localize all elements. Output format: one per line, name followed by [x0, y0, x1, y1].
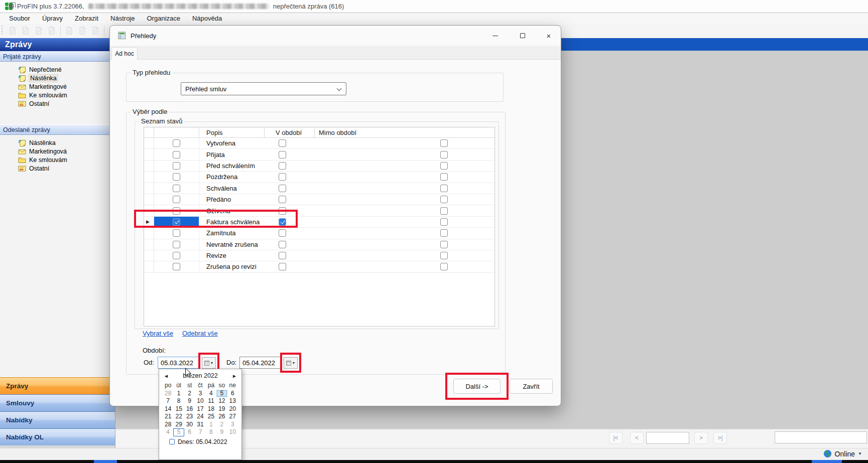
v-obdobi-cell[interactable] [265, 250, 315, 261]
calendar-day[interactable]: 28 [163, 421, 173, 429]
calendar-day[interactable]: 2 [184, 390, 195, 398]
v-obdobi-checkbox[interactable] [279, 229, 286, 237]
row-select-cell[interactable] [154, 194, 199, 205]
toolbar-icon[interactable] [32, 25, 45, 37]
navigator-textbox[interactable] [775, 431, 867, 443]
menu-item-upravy[interactable]: Úpravy [36, 13, 69, 24]
calendar-day[interactable]: 10 [195, 397, 205, 405]
row-select-cell[interactable] [154, 138, 199, 148]
to-date-input[interactable] [239, 357, 282, 369]
v-obdobi-checkbox[interactable] [279, 162, 286, 170]
previous-record-button[interactable]: < [630, 432, 644, 444]
next-record-button[interactable]: > [694, 432, 708, 444]
column-header-mimo-obdobi[interactable]: Mimo období [315, 127, 494, 137]
next-button[interactable]: Další -> [453, 379, 501, 394]
mimo-obdobi-cell[interactable] [315, 205, 494, 216]
tab-ad-hoc[interactable]: Ad hoc [111, 47, 138, 60]
calendar-day[interactable]: 12 [216, 397, 227, 405]
mimo-obdobi-cell[interactable] [315, 149, 494, 160]
calendar-day[interactable]: 16 [184, 405, 195, 413]
table-row[interactable]: Přijata [144, 149, 494, 160]
nav-button-nabidky[interactable]: Nabídky [0, 411, 115, 428]
v-obdobi-checkbox[interactable] [279, 263, 286, 270]
calendar-day[interactable]: 5 [173, 428, 184, 436]
v-obdobi-checkbox[interactable] [279, 139, 286, 147]
select-all-link[interactable]: Vybrat vše [143, 330, 173, 337]
mimo-obdobi-cell[interactable] [315, 261, 494, 272]
row-checkbox[interactable] [173, 218, 180, 226]
sidebar-item-ke-smlouvam[interactable]: Ke smlouvám [0, 156, 115, 164]
nav-button-nabidky-ol[interactable]: Nabídky OL [0, 428, 115, 445]
nav-button-smlouvy[interactable]: Smlouvy [0, 394, 115, 411]
v-obdobi-checkbox[interactable] [279, 196, 286, 203]
v-obdobi-checkbox[interactable] [279, 207, 286, 215]
mimo-obdobi-checkbox[interactable] [440, 162, 448, 170]
calendar-day[interactable]: 17 [195, 405, 205, 413]
row-checkbox[interactable] [173, 263, 180, 270]
v-obdobi-checkbox[interactable] [279, 218, 286, 226]
toolbar-icon[interactable] [63, 25, 76, 37]
calendar-day[interactable]: 1 [206, 421, 216, 429]
mimo-obdobi-checkbox[interactable] [440, 263, 448, 270]
mimo-obdobi-checkbox[interactable] [440, 185, 448, 192]
mimo-obdobi-cell[interactable] [315, 239, 494, 250]
table-row[interactable]: Revize [144, 250, 494, 261]
row-select-cell[interactable] [154, 205, 199, 216]
mimo-obdobi-checkbox[interactable] [440, 173, 448, 181]
calendar-day[interactable]: 15 [173, 405, 184, 413]
table-row[interactable]: Pozdržena [144, 172, 494, 183]
row-checkbox[interactable] [173, 173, 180, 181]
calendar-day[interactable]: 8 [206, 428, 216, 436]
row-select-cell[interactable] [154, 261, 199, 272]
calendar-day[interactable]: 30 [184, 421, 195, 429]
mimo-obdobi-checkbox[interactable] [440, 151, 448, 159]
row-checkbox[interactable] [173, 241, 180, 248]
calendar-day[interactable]: 26 [216, 413, 227, 421]
mimo-obdobi-cell[interactable] [315, 172, 494, 182]
report-type-combobox[interactable]: Přehled smluv [181, 82, 346, 95]
calendar-day[interactable]: 23 [184, 413, 195, 421]
last-record-button[interactable]: >| [713, 432, 727, 444]
row-checkbox[interactable] [173, 139, 180, 147]
calendar-day[interactable]: 27 [227, 413, 238, 421]
row-select-cell[interactable] [154, 161, 199, 171]
row-checkbox[interactable] [173, 252, 180, 259]
v-obdobi-cell[interactable] [265, 261, 315, 272]
table-row[interactable]: Nevratně zrušena [144, 239, 494, 250]
sidebar-item-nastenka[interactable]: Nástěnka [0, 74, 115, 82]
calendar-day[interactable]: 10 [227, 428, 238, 436]
mimo-obdobi-checkbox[interactable] [440, 229, 448, 237]
calendar-day[interactable]: 20 [227, 405, 238, 413]
table-row[interactable]: Oživena [144, 205, 494, 216]
calendar-day[interactable]: 3 [195, 390, 205, 398]
calendar-day[interactable]: 14 [163, 405, 173, 413]
sidebar-item-ostatni[interactable]: Ostatní [0, 99, 115, 108]
sidebar-item-ke-smlouvam[interactable]: Ke smlouvám [0, 91, 115, 99]
v-obdobi-cell[interactable] [265, 194, 315, 205]
v-obdobi-cell[interactable] [265, 228, 315, 238]
calendar-day[interactable]: 19 [216, 405, 227, 413]
v-obdobi-checkbox[interactable] [279, 252, 286, 259]
calendar-day[interactable]: 13 [227, 397, 238, 405]
row-select-cell[interactable] [154, 239, 199, 250]
table-row[interactable]: Předáno [144, 194, 494, 205]
v-obdobi-checkbox[interactable] [279, 151, 286, 159]
mimo-obdobi-checkbox[interactable] [440, 252, 448, 259]
row-select-cell[interactable] [154, 149, 199, 160]
calendar-day[interactable]: 4 [163, 428, 173, 436]
sidebar-item-marketingova[interactable]: Marketingová [0, 147, 115, 156]
menu-item-napoveda[interactable]: Nápověda [186, 13, 228, 24]
row-select-cell[interactable] [154, 228, 199, 238]
toolbar-icon[interactable] [19, 25, 32, 37]
sidebar-item-neprectene[interactable]: Nepřečtené [0, 65, 115, 74]
calendar-prev-icon[interactable]: ◄ [164, 373, 171, 379]
mimo-obdobi-cell[interactable] [315, 161, 494, 171]
column-header-popis[interactable]: Popis [199, 127, 265, 137]
from-datepicker-button[interactable]: ▼ [202, 357, 216, 369]
mimo-obdobi-cell[interactable] [315, 183, 494, 194]
row-select-cell[interactable] [154, 172, 199, 182]
menu-item-organizace[interactable]: Organizace [141, 13, 186, 24]
v-obdobi-checkbox[interactable] [279, 185, 286, 192]
toolbar-icon[interactable] [89, 25, 102, 37]
menu-item-nastroje[interactable]: Nástroje [104, 13, 141, 24]
